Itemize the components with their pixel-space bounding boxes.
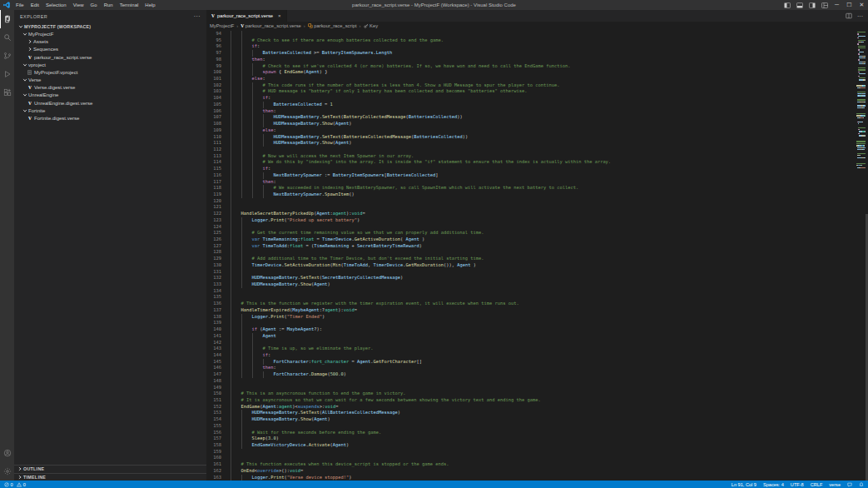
warning-count: 0	[23, 482, 26, 487]
toggle-panel-right-icon[interactable]	[806, 0, 818, 10]
toggle-panel-bottom-icon[interactable]	[793, 0, 806, 10]
menu-item-help[interactable]: Help	[141, 2, 158, 7]
breadcrumb-item-key[interactable]: Key	[364, 23, 379, 28]
breadcrumb: MyProjectF›Vparkour_race_script.verse›pa…	[206, 22, 868, 29]
source-control-icon[interactable]	[0, 47, 14, 65]
workspace-section-header[interactable]: MYPROJECTF (WORKSPACE)	[14, 22, 206, 30]
code-line: 152 EndGame(Agent:agent)<suspends>:void=	[206, 404, 856, 411]
indentation[interactable]: Spaces: 4	[763, 482, 784, 487]
line-number: 147	[206, 371, 221, 378]
code-line: 126 var TimeRemaining:float = TimerDevic…	[206, 237, 856, 243]
tab-parkour-race-script[interactable]: V parkour_race_script.verse ×	[206, 10, 287, 22]
tree-item-fortnite[interactable]: Fortnite	[14, 107, 206, 114]
line-number: 152	[206, 404, 221, 411]
code-line: 125 # Get the current time remaining val…	[206, 230, 856, 237]
tree-item-parkour-race-script-verse[interactable]: Vparkour_race_script.verse	[14, 53, 206, 61]
line-number: 154	[206, 416, 221, 423]
code-line: 98 then:	[206, 57, 856, 63]
code-line: 96 if:	[206, 43, 856, 50]
cursor-position[interactable]: Ln 91, Col 9	[732, 482, 756, 487]
line-number: 159	[206, 449, 221, 456]
settings-icon[interactable]	[0, 462, 14, 481]
line-number: 120	[206, 198, 221, 205]
menu-item-file[interactable]: File	[12, 2, 27, 7]
explorer-icon[interactable]	[0, 10, 14, 28]
explorer-more-actions-icon[interactable]: ···	[194, 13, 201, 19]
status-bar-right: Ln 91, Col 9 Spaces: 4 UTF-8 CRLF verse	[732, 482, 864, 487]
breadcrumb-item-myprojectf[interactable]: MyProjectF	[210, 23, 234, 28]
code-line: 156 # Wait for three seconds before endi…	[206, 430, 856, 436]
code-line: 103 # HUD message is "battery" if only 1…	[206, 88, 856, 95]
tree-item-vproject[interactable]: vproject	[14, 61, 206, 68]
menu-item-edit[interactable]: Edit	[27, 2, 42, 7]
panel-outline[interactable]: OUTLINE	[14, 465, 206, 472]
notifications-bell-icon[interactable]	[859, 482, 864, 487]
search-icon[interactable]	[0, 28, 14, 47]
sidebar-title: EXPLORER ···	[14, 10, 206, 22]
menu-item-view[interactable]: View	[70, 2, 87, 7]
tree-item-sequences[interactable]: Sequences	[14, 46, 206, 53]
extensions-icon[interactable]	[0, 83, 14, 102]
line-number: 139	[206, 320, 221, 326]
code-editor[interactable]: 9495 # Check to see if there are enough …	[206, 29, 868, 481]
tree-item-label: parkour_race_script.verse	[34, 55, 92, 60]
class-symbol-icon	[308, 23, 313, 28]
line-number: 129	[206, 256, 221, 262]
menu-item-terminal[interactable]: Terminal	[117, 2, 142, 7]
line-number: 148	[206, 378, 221, 385]
breadcrumb-item-parkour-race-script-verse[interactable]: Vparkour_race_script.verse	[241, 23, 301, 28]
code-line: 115 if:	[206, 166, 856, 172]
tree-item-label: UnrealEngine.digest.verse	[34, 101, 92, 106]
problems-indicator[interactable]: 0 0	[4, 482, 26, 487]
code-line: 157 Sleep(3.0)	[206, 436, 856, 442]
workspace-label: MYPROJECTF (WORKSPACE)	[24, 24, 91, 29]
code-line: 118 # We succeeded in indexing NextBatte…	[206, 185, 856, 192]
menu-item-run[interactable]: Run	[101, 2, 117, 7]
line-number: 108	[206, 121, 221, 127]
code-line: 139	[206, 320, 856, 326]
explorer-sidebar: EXPLORER ··· MYPROJECTF (WORKSPACE) MyPr…	[14, 10, 206, 481]
minimap[interactable]	[856, 29, 866, 481]
code-line: 163 Logger.Print("Verse device stopped!"…	[206, 475, 856, 481]
split-editor-icon[interactable]	[846, 12, 852, 19]
close-button[interactable]: ✕	[856, 0, 868, 10]
line-number: 142	[206, 340, 221, 346]
menu-item-go[interactable]: Go	[87, 2, 101, 7]
verse-file-icon: V	[27, 116, 32, 121]
line-number: 126	[206, 237, 221, 243]
tree-item-unrealengine-digest-verse[interactable]: VUnrealEngine.digest.verse	[14, 99, 206, 107]
tree-item-myprojectf-vproject[interactable]: MyProjectF.vproject	[14, 68, 206, 76]
menu-item-selection[interactable]: Selection	[42, 2, 70, 7]
line-number: 122	[206, 211, 221, 217]
code-line: 95 # Check to see if there are enough ba…	[206, 37, 856, 44]
customize-layout-icon[interactable]	[818, 0, 831, 10]
tab-close-icon[interactable]: ×	[278, 13, 281, 18]
breadcrumb-item-parkour-race-script[interactable]: parkour_race_script	[308, 23, 357, 28]
code-line: 108 HUDMessageBattery.Show(Agent)	[206, 121, 856, 127]
eol-sequence[interactable]: CRLF	[811, 482, 823, 487]
tree-item-verse[interactable]: Verse	[14, 77, 206, 84]
editor-more-actions-icon[interactable]: ···	[857, 13, 863, 19]
tree-item-myprojectf[interactable]: MyProjectF	[14, 30, 206, 37]
line-number: 112	[206, 147, 221, 153]
minimize-button[interactable]: ─	[831, 0, 843, 10]
tree-item-fortnite-digest-verse[interactable]: VFortnite.digest.verse	[14, 114, 206, 122]
language-mode[interactable]: verse	[829, 482, 841, 487]
toggle-panel-left-icon[interactable]	[781, 0, 793, 10]
tree-item-assets[interactable]: Assets	[14, 38, 206, 46]
encoding[interactable]: UTF-8	[791, 482, 804, 487]
run-debug-icon[interactable]	[0, 65, 14, 83]
panel-timeline[interactable]: TIMELINE	[14, 473, 206, 481]
line-number: 128	[206, 249, 221, 256]
tree-item-verse-digest-verse[interactable]: VVerse.digest.verse	[14, 84, 206, 92]
line-number: 131	[206, 269, 221, 276]
feedback-icon[interactable]	[847, 482, 852, 487]
maximize-button[interactable]: ☐	[843, 0, 856, 10]
tree-item-unrealengine[interactable]: UnrealEngine	[14, 92, 206, 99]
line-number: 97	[206, 50, 221, 57]
code-line: 106 then:	[206, 108, 856, 115]
code-line: 133 HUDMessageBattery.Show(Agent)	[206, 281, 856, 288]
account-icon[interactable]	[0, 444, 14, 462]
line-number: 104	[206, 95, 221, 102]
title-bar: FileEditSelectionViewGoRunTerminalHelp p…	[0, 0, 868, 10]
